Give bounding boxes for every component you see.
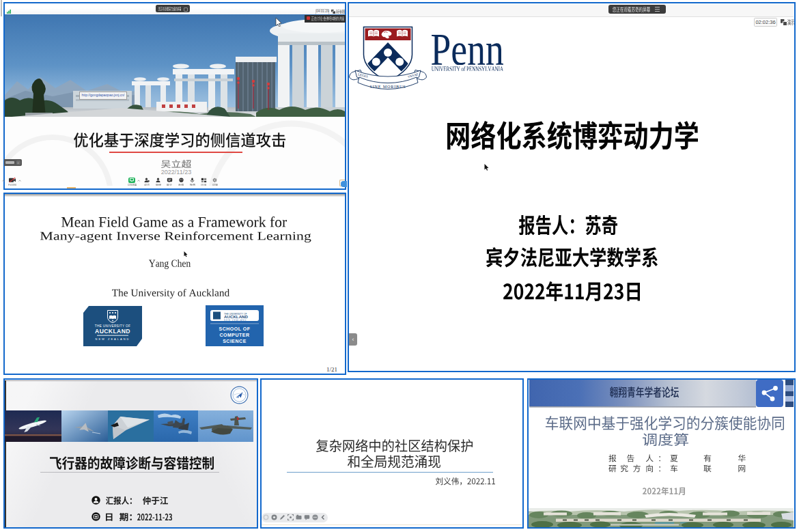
svg-text:SCIENCE: SCIENCE: [223, 339, 247, 344]
svg-text:SCHOOL OF: SCHOOL OF: [219, 326, 251, 331]
svg-text:NEW ZEALAND: NEW ZEALAND: [96, 337, 130, 341]
svg-text:NEW ZEALAND: NEW ZEALAND: [224, 319, 247, 322]
svg-text:AUCKLAND: AUCKLAND: [95, 328, 130, 335]
svg-text:SINE MORIBUS: SINE MORIBUS: [369, 84, 406, 89]
svg-text:COMPUTER: COMPUTER: [219, 333, 249, 337]
